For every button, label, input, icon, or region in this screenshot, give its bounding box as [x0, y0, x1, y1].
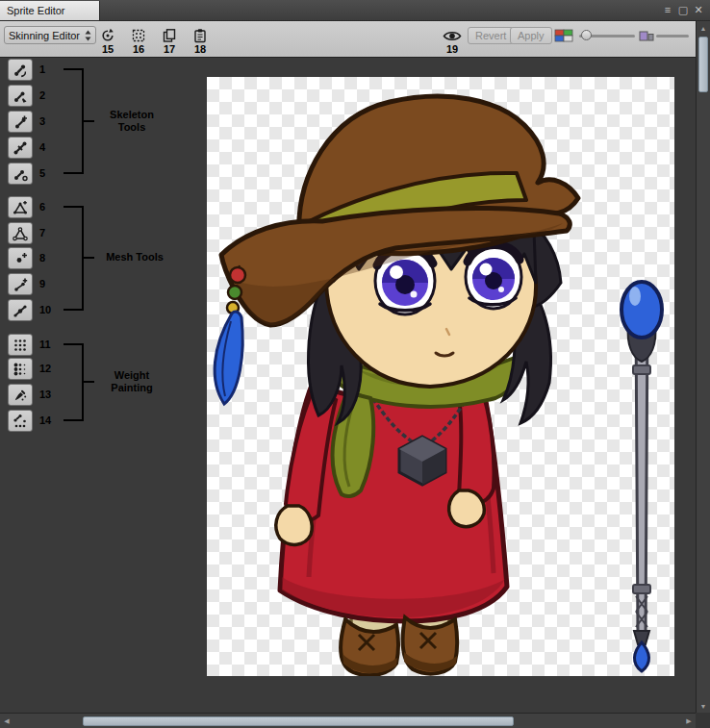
- group-label-skeleton-tools: Skeleton Tools: [96, 109, 167, 134]
- group-label-mesh-tools: Mesh Tools: [92, 251, 177, 264]
- scroll-up-arrow[interactable]: ▲: [697, 23, 710, 33]
- sprite-sheet-toggle-button[interactable]: [127, 26, 150, 45]
- paste-button[interactable]: [189, 26, 212, 45]
- annotation-number: 15: [96, 43, 119, 55]
- vertical-scroll-thumb[interactable]: [698, 37, 708, 92]
- character-sprite: [207, 77, 674, 676]
- color-channels-button[interactable]: [552, 28, 575, 43]
- mip-slider[interactable]: [656, 35, 689, 38]
- horizontal-scroll-thumb[interactable]: [83, 716, 514, 726]
- window-menu-icon[interactable]: ≡: [660, 0, 675, 19]
- annotation-number: 16: [127, 43, 150, 55]
- dropdown-arrows-icon: [85, 30, 91, 41]
- maximize-icon[interactable]: ▢: [675, 0, 691, 19]
- paste-icon: [192, 28, 208, 43]
- title-bar: Sprite Editor ≡ ▢ ✕: [0, 0, 710, 21]
- annotation-number: 19: [441, 43, 464, 55]
- annotation-number: 17: [158, 43, 181, 55]
- zoom-slider-thumb[interactable]: [581, 30, 592, 40]
- annotation-number: 18: [189, 43, 212, 55]
- revert-button[interactable]: Revert: [468, 27, 514, 44]
- mode-dropdown-label: Skinning Editor: [9, 30, 80, 41]
- apply-button[interactable]: Apply: [510, 27, 552, 44]
- close-icon[interactable]: ✕: [691, 0, 706, 19]
- pose-reset-icon: [100, 28, 115, 43]
- scroll-left-arrow[interactable]: ◀: [2, 714, 12, 728]
- staff: [621, 282, 662, 671]
- copy-button[interactable]: [158, 26, 181, 45]
- color-channels-icon: [554, 29, 573, 42]
- visibility-eye-icon: [443, 30, 462, 42]
- editor-canvas: 1 2 3 4 5 6 7 8 9 10 11 12 13 14 Skeleto…: [0, 58, 696, 713]
- sprite-canvas[interactable]: [207, 77, 674, 676]
- copy-icon: [162, 28, 177, 43]
- window-title: Sprite Editor: [7, 5, 65, 16]
- mip-levels-icon: [639, 29, 654, 46]
- horizontal-scrollbar[interactable]: ◀ ▶: [0, 713, 696, 728]
- scrollbar-corner: [696, 713, 710, 728]
- scroll-right-arrow[interactable]: ▶: [684, 714, 694, 728]
- right-eye: [466, 244, 521, 309]
- pose-reset-button[interactable]: [96, 26, 119, 45]
- vertical-scrollbar[interactable]: ▲ ▼: [696, 21, 710, 713]
- group-label-weight-painting: Weight Painting: [96, 369, 167, 394]
- mode-dropdown[interactable]: Skinning Editor: [4, 26, 96, 44]
- toolbar: Skinning Editor 15 16 17 18 19 Revert Ap…: [0, 21, 696, 58]
- scroll-down-arrow[interactable]: ▼: [697, 701, 710, 711]
- window-tab-sprite-editor[interactable]: Sprite Editor: [0, 1, 100, 20]
- sprite-editor-window: Sprite Editor ≡ ▢ ✕ Skinning Editor 15 1…: [0, 0, 710, 728]
- visibility-button[interactable]: [441, 26, 464, 45]
- sprite-sheet-icon: [131, 28, 146, 43]
